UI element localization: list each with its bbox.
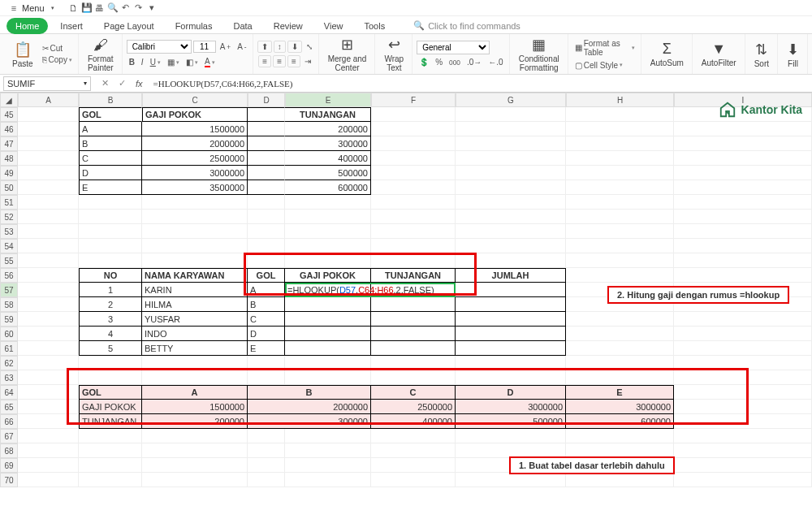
cell[interactable]: YUSFAR (142, 312, 248, 327)
cell[interactable] (371, 210, 456, 224)
cell[interactable] (674, 443, 812, 458)
cell[interactable] (456, 473, 566, 487)
cell[interactable] (456, 195, 566, 210)
cell[interactable] (285, 224, 371, 239)
cell[interactable]: E (79, 180, 142, 195)
cell[interactable]: GOL (79, 385, 142, 400)
cell[interactable] (79, 210, 142, 224)
cell[interactable] (248, 370, 285, 385)
currency-icon[interactable]: 💲 (417, 57, 431, 67)
cell[interactable] (674, 341, 812, 356)
cell[interactable]: 1500000 (142, 400, 248, 414)
tab-tools[interactable]: Tools (355, 18, 394, 34)
cell[interactable] (371, 166, 456, 180)
cell[interactable]: BETTY (142, 341, 248, 356)
cell[interactable] (285, 210, 371, 224)
cell[interactable] (566, 268, 674, 283)
row-header[interactable]: 62 (0, 356, 18, 370)
col-header-B[interactable]: B (79, 93, 142, 107)
autofilter-button[interactable]: ▼ AutoFilter (697, 39, 741, 69)
cell[interactable] (456, 210, 566, 224)
qat-save-icon[interactable]: 💾 (81, 2, 93, 14)
autosum-button[interactable]: Σ AutoSum (646, 39, 689, 69)
italic-button[interactable]: I (139, 57, 146, 67)
cell[interactable] (79, 195, 142, 210)
menu-button[interactable]: ≡ Menu ▾ (3, 1, 63, 15)
cell[interactable] (285, 429, 371, 443)
bold-button[interactable]: B (127, 57, 137, 67)
cell[interactable] (371, 312, 456, 327)
cut-button[interactable]: ✂ Cut (40, 43, 75, 54)
cell[interactable] (371, 283, 456, 297)
row-header[interactable]: 59 (0, 312, 18, 327)
cell[interactable] (566, 107, 674, 122)
align-top-icon[interactable]: ⬆ (257, 41, 272, 53)
cell[interactable]: GOL (79, 107, 142, 122)
cell[interactable] (18, 429, 79, 443)
cell[interactable] (456, 297, 566, 312)
row-header[interactable]: 69 (0, 458, 18, 473)
cell[interactable]: 5 (79, 341, 142, 356)
row-header[interactable]: 51 (0, 195, 18, 210)
cell[interactable] (18, 443, 79, 458)
cell[interactable] (371, 341, 456, 356)
cell[interactable] (18, 458, 79, 473)
format-painter-button[interactable]: 🖌 Format Painter (83, 35, 119, 74)
cell[interactable] (18, 283, 79, 297)
cell[interactable] (18, 327, 79, 341)
cell[interactable] (566, 356, 674, 370)
find-commands[interactable]: 🔍 Click to find commands (413, 20, 520, 31)
col-header-A[interactable]: A (18, 93, 79, 107)
cell[interactable] (18, 297, 79, 312)
cell[interactable] (566, 327, 674, 341)
cell[interactable] (285, 327, 371, 341)
cell[interactable] (248, 136, 285, 151)
cell[interactable] (456, 370, 566, 385)
row-header[interactable]: 47 (0, 136, 18, 151)
cell[interactable]: 2500000 (142, 151, 248, 166)
row-header[interactable]: 46 (0, 122, 18, 136)
cell[interactable] (456, 341, 566, 356)
cell[interactable] (456, 356, 566, 370)
row-header[interactable]: 48 (0, 151, 18, 166)
cell[interactable] (142, 356, 248, 370)
row-header[interactable]: 63 (0, 370, 18, 385)
cell[interactable] (285, 443, 371, 458)
cell[interactable] (674, 210, 812, 224)
align-center-icon[interactable]: ≡ (273, 55, 286, 67)
cell[interactable] (248, 180, 285, 195)
cell[interactable] (371, 356, 456, 370)
font-select[interactable]: Calibri (127, 40, 192, 54)
cell[interactable] (18, 253, 79, 268)
percent-icon[interactable]: % (433, 57, 445, 67)
cell[interactable] (18, 151, 79, 166)
cell[interactable] (371, 473, 456, 487)
cell[interactable] (456, 122, 566, 136)
row-header[interactable]: 68 (0, 443, 18, 458)
cell[interactable] (248, 239, 285, 253)
cell[interactable]: GOL (248, 268, 285, 283)
cell[interactable] (674, 385, 812, 400)
fill-button[interactable]: ⬇ Fill (782, 39, 804, 70)
cell[interactable] (674, 356, 812, 370)
cell[interactable]: =HLOOKUP( D57 , C64:H66 ,2,FALSE) (285, 283, 371, 297)
cell[interactable]: NAMA KARYAWAN (142, 268, 248, 283)
cell[interactable]: JUMLAH (456, 268, 566, 283)
cell[interactable]: INDO (142, 327, 248, 341)
cell[interactable] (79, 356, 142, 370)
cell[interactable] (142, 210, 248, 224)
cell[interactable] (674, 195, 812, 210)
merge-center-button[interactable]: ⊞ Merge and Center (323, 34, 372, 74)
cell[interactable]: 600000 (566, 414, 674, 429)
row-header[interactable]: 60 (0, 327, 18, 341)
align-right-icon[interactable]: ≡ (287, 55, 300, 67)
cell[interactable] (79, 429, 142, 443)
row-header[interactable]: 57 (0, 283, 18, 297)
cell[interactable]: D (456, 385, 566, 400)
cell[interactable] (566, 429, 674, 443)
fill-color-button[interactable]: ◧▾ (184, 57, 201, 67)
cell[interactable] (18, 195, 79, 210)
cell[interactable] (285, 458, 371, 473)
cell[interactable] (285, 356, 371, 370)
cell[interactable]: D (79, 166, 142, 180)
